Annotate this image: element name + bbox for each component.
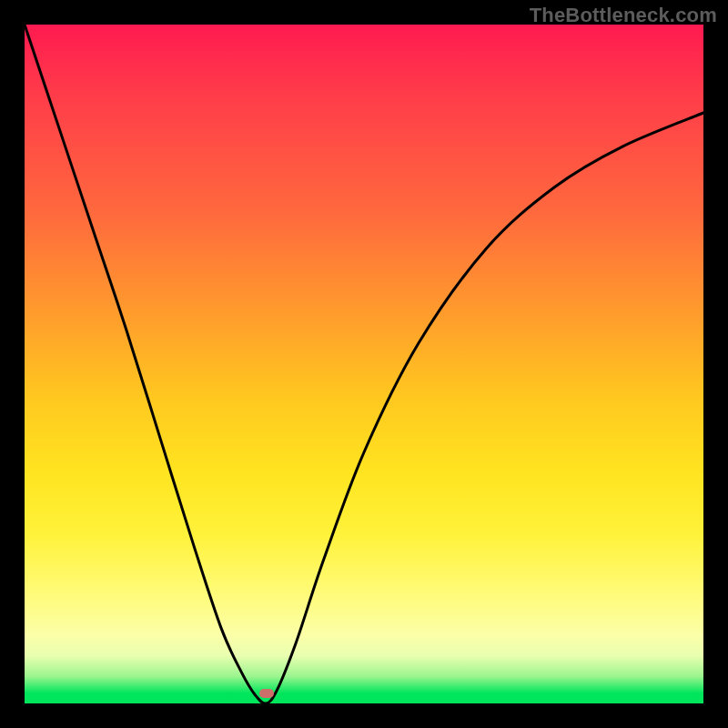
chart-frame: TheBottleneck.com bbox=[0, 0, 728, 728]
optimal-point-marker bbox=[259, 689, 274, 698]
bottleneck-curve bbox=[25, 25, 703, 703]
curve-path bbox=[25, 25, 703, 703]
watermark-text: TheBottleneck.com bbox=[530, 4, 717, 27]
